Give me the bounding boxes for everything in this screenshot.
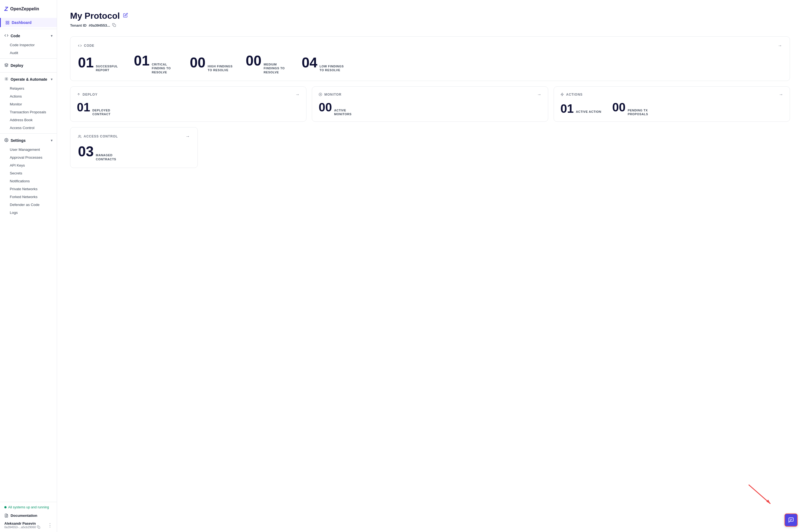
stat-low-findings: 04 LOW FINDINGS TO RESOLVE — [302, 55, 347, 72]
sidebar-item-secrets[interactable]: Secrets — [0, 169, 57, 177]
operate-icon — [4, 77, 8, 82]
status-text: All systems up and running — [8, 506, 49, 509]
tenant-id: #0a394553... — [89, 23, 110, 27]
svg-rect-8 — [38, 527, 40, 529]
svg-point-5 — [6, 140, 7, 141]
sidebar-item-address-book[interactable]: Address Book — [0, 116, 57, 124]
svg-point-11 — [319, 93, 322, 96]
code-chevron-icon: ▾ — [51, 34, 53, 38]
code-card-stats: 01 SUCCESSFUL REPORT 01 CRITICAL FINDING… — [78, 54, 782, 74]
deploy-label: Deploy — [11, 63, 23, 68]
sidebar-item-private-networks[interactable]: Private Networks — [0, 185, 57, 193]
access-control-card-stats: 03 MANAGED CONTRACTS — [78, 144, 190, 161]
sidebar: Z OpenZeppelin Dashboard Code ▾ Code Ins… — [0, 0, 57, 532]
sidebar-group-settings[interactable]: Settings ▾ — [0, 135, 57, 146]
user-more-button[interactable]: ⋮ — [47, 522, 53, 528]
sidebar-item-tx-proposals[interactable]: Transaction Proposals — [0, 108, 57, 116]
sidebar-item-relayers[interactable]: Relayers — [0, 84, 57, 92]
actions-card-header: ACTIONS → — [560, 92, 783, 97]
app-logo[interactable]: Z OpenZeppelin — [0, 0, 57, 18]
edit-icon[interactable] — [123, 13, 128, 19]
stat-medium-findings: 00 MEDIUM FINDINGS TO RESOLVE — [246, 54, 291, 74]
access-control-card-arrow[interactable]: → — [186, 134, 190, 139]
deploy-card: DEPLOY → 01 DEPLOYED CONTRACT — [70, 87, 306, 122]
sidebar-item-logs[interactable]: Logs — [0, 209, 57, 216]
code-card-title: CODE — [78, 44, 95, 48]
code-icon — [4, 34, 8, 38]
stat-critical-finding: 01 CRITICAL FINDING TO RESOLVE — [134, 54, 179, 74]
code-group-label: Code — [11, 34, 20, 38]
code-card-arrow[interactable]: → — [778, 43, 782, 48]
svg-rect-1 — [7, 21, 9, 22]
status-dot-icon — [4, 506, 6, 508]
sidebar-item-forked-networks[interactable]: Forked Networks — [0, 193, 57, 201]
settings-icon — [4, 138, 8, 143]
deploy-card-header: DEPLOY → — [77, 92, 300, 97]
chat-button[interactable] — [785, 514, 798, 527]
sidebar-item-code-inspector[interactable]: Code Inspector — [0, 41, 57, 49]
app-name: OpenZeppelin — [10, 6, 39, 12]
sidebar-item-access-control[interactable]: Access Control — [0, 124, 57, 132]
access-control-card: ACCESS CONTROL → 03 MANAGED CONTRACTS — [70, 127, 198, 168]
code-card-header: CODE → — [78, 43, 782, 48]
access-control-card-title: ACCESS CONTROL — [78, 134, 118, 138]
settings-chevron-icon: ▾ — [51, 138, 53, 142]
sidebar-item-actions[interactable]: Actions — [0, 92, 57, 100]
stat-high-findings: 00 HIGH FINDINGS TO RESOLVE — [190, 55, 235, 72]
settings-label: Settings — [11, 138, 25, 142]
operate-label: Operate & Automate — [11, 77, 47, 81]
monitor-card-header: MONITOR → — [319, 92, 541, 97]
access-control-card-header: ACCESS CONTROL → — [78, 134, 190, 139]
user-row: Aleksandr Pasevin 0a394553-...a5cb29060 … — [4, 521, 53, 529]
operate-chevron-icon: ▾ — [51, 77, 53, 81]
code-card: CODE → 01 SUCCESSFUL REPORT 01 CRITICAL … — [70, 36, 790, 81]
stat-active-action: 01 ACTIVE ACTION — [560, 103, 601, 115]
svg-rect-3 — [7, 23, 9, 24]
deploy-card-arrow[interactable]: → — [295, 92, 300, 97]
sidebar-footer: All systems up and running Documentation… — [0, 502, 57, 532]
page-title: My Protocol — [70, 11, 120, 21]
actions-card-title: ACTIONS — [560, 93, 583, 96]
svg-rect-0 — [6, 21, 7, 22]
tenant-label: Tenant ID — [70, 23, 87, 27]
sidebar-item-approval-processes[interactable]: Approval Processes — [0, 153, 57, 162]
dashboard-icon — [5, 20, 9, 25]
stat-pending-tx: 00 PENDING TX PROPOSALS — [612, 101, 655, 116]
deploy-card-title: DEPLOY — [77, 93, 97, 96]
sidebar-item-monitor[interactable]: Monitor — [0, 100, 57, 108]
docs-link[interactable]: Documentation — [4, 512, 53, 519]
page-header: My Protocol — [70, 11, 790, 21]
svg-rect-2 — [6, 23, 7, 24]
actions-card: ACTIONS → 01 ACTIVE ACTION 00 PENDING TX… — [554, 87, 790, 122]
sidebar-item-user-management[interactable]: User Management — [0, 146, 57, 153]
monitor-card-arrow[interactable]: → — [537, 92, 541, 97]
user-id: 0a394553-...a5cb29060 — [4, 526, 40, 529]
dashboard-label: Dashboard — [12, 20, 32, 25]
actions-card-arrow[interactable]: → — [779, 92, 783, 97]
svg-point-14 — [79, 135, 80, 136]
stat-deployed-contract: 01 DEPLOYED CONTRACT — [77, 101, 119, 116]
sidebar-item-defender-as-code[interactable]: Defender as Code — [0, 201, 57, 209]
system-status: All systems up and running — [4, 506, 53, 509]
three-cards-row: DEPLOY → 01 DEPLOYED CONTRACT MONITOR — [70, 87, 790, 122]
monitor-card-stats: 00 ACTIVE MONITORS — [319, 101, 541, 116]
sidebar-item-api-keys[interactable]: API Keys — [0, 162, 57, 169]
actions-card-stats: 01 ACTIVE ACTION 00 PENDING TX PROPOSALS — [560, 101, 783, 116]
logo-z-icon: Z — [4, 5, 8, 13]
sidebar-group-operate[interactable]: Operate & Automate ▾ — [0, 74, 57, 84]
sidebar-group-code[interactable]: Code ▾ — [0, 31, 57, 41]
docs-label: Documentation — [11, 514, 37, 518]
user-name: Aleksandr Pasevin — [4, 521, 40, 526]
sidebar-item-dashboard[interactable]: Dashboard — [0, 18, 57, 27]
sidebar-item-audit[interactable]: Audit — [0, 49, 57, 57]
svg-rect-9 — [114, 24, 116, 26]
copy-icon[interactable] — [112, 23, 116, 28]
sidebar-nav: Dashboard Code ▾ Code Inspector Audit De… — [0, 18, 57, 502]
sidebar-item-notifications[interactable]: Notifications — [0, 177, 57, 185]
user-info: Aleksandr Pasevin 0a394553-...a5cb29060 — [4, 521, 40, 529]
dashboard-cards: CODE → 01 SUCCESSFUL REPORT 01 CRITICAL … — [70, 36, 790, 168]
svg-point-4 — [6, 78, 7, 80]
svg-point-12 — [320, 94, 321, 95]
sidebar-item-deploy[interactable]: Deploy — [0, 60, 57, 71]
deploy-icon — [4, 63, 8, 68]
